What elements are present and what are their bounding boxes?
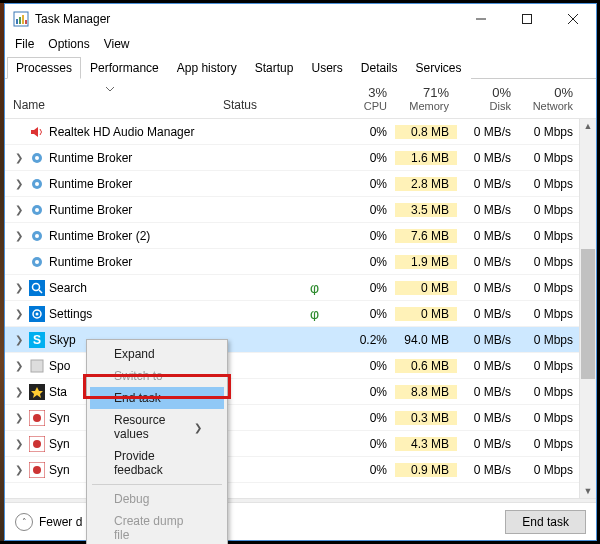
memory-value: 0 MB — [395, 307, 457, 321]
context-menu-end-task[interactable]: End task — [90, 387, 224, 409]
svg-rect-2 — [19, 17, 21, 24]
memory-value: 2.8 MB — [395, 177, 457, 191]
scrollbar-thumb[interactable] — [581, 249, 595, 379]
scroll-down-icon[interactable]: ▼ — [580, 484, 596, 498]
process-name: Runtime Broker — [49, 203, 132, 217]
network-value: 0 Mbps — [519, 255, 579, 269]
expand-icon[interactable]: ❯ — [13, 230, 25, 241]
scroll-up-icon[interactable]: ▲ — [580, 119, 596, 133]
context-menu-expand[interactable]: Expand — [90, 343, 224, 365]
svg-point-34 — [33, 440, 41, 448]
svg-rect-1 — [16, 19, 18, 24]
cpu-label: CPU — [364, 100, 387, 112]
cpu-value: 0% — [333, 255, 395, 269]
process-icon — [29, 358, 45, 374]
disk-value: 0 MB/s — [457, 255, 519, 269]
expand-icon[interactable]: ❯ — [13, 282, 25, 293]
col-memory[interactable]: 71%Memory — [395, 79, 457, 118]
tab-services[interactable]: Services — [407, 57, 471, 79]
end-task-button[interactable]: End task — [505, 510, 586, 534]
process-icon — [29, 202, 45, 218]
network-value: 0 Mbps — [519, 151, 579, 165]
expand-icon[interactable]: ❯ — [13, 152, 25, 163]
memory-value: 0 MB — [395, 281, 457, 295]
col-network[interactable]: 0%Network — [519, 79, 581, 118]
network-value: 0 Mbps — [519, 333, 579, 347]
process-name: Settings — [49, 307, 92, 321]
table-row[interactable]: ❯Runtime Broker0%3.5 MB0 MB/s0 Mbps — [5, 197, 579, 223]
context-menu-debug: Debug — [90, 488, 224, 510]
tab-app-history[interactable]: App history — [168, 57, 246, 79]
maximize-button[interactable] — [504, 4, 550, 34]
network-value: 0 Mbps — [519, 229, 579, 243]
expand-icon[interactable]: ❯ — [13, 204, 25, 215]
disk-value: 0 MB/s — [457, 437, 519, 451]
memory-value: 0.3 MB — [395, 411, 457, 425]
col-cpu[interactable]: 3%CPU — [333, 79, 395, 118]
vertical-scrollbar[interactable]: ▲ ▼ — [579, 119, 596, 498]
svg-point-15 — [35, 208, 39, 212]
svg-point-25 — [36, 312, 39, 315]
table-row[interactable]: ❯Settingsφ0%0 MB0 MB/s0 Mbps — [5, 301, 579, 327]
window-title: Task Manager — [35, 12, 458, 26]
context-menu-create-dump-file: Create dump file — [90, 510, 224, 544]
disk-value: 0 MB/s — [457, 359, 519, 373]
col-status[interactable]: Status — [215, 79, 333, 118]
network-value: 0 Mbps — [519, 307, 579, 321]
expand-icon[interactable]: ❯ — [13, 464, 25, 475]
expand-icon[interactable]: ❯ — [13, 334, 25, 345]
menu-view[interactable]: View — [98, 35, 136, 53]
tab-performance[interactable]: Performance — [81, 57, 168, 79]
menu-file[interactable]: File — [9, 35, 40, 53]
expand-icon[interactable]: ❯ — [13, 178, 25, 189]
table-header: Name Status 3%CPU 71%Memory 0%Disk 0%Net… — [5, 79, 596, 119]
menu-options[interactable]: Options — [42, 35, 95, 53]
net-pct: 0% — [554, 85, 573, 100]
table-row[interactable]: ❯Runtime Broker0%1.6 MB0 MB/s0 Mbps — [5, 145, 579, 171]
disk-value: 0 MB/s — [457, 203, 519, 217]
disk-value: 0 MB/s — [457, 307, 519, 321]
memory-value: 4.3 MB — [395, 437, 457, 451]
tab-details[interactable]: Details — [352, 57, 407, 79]
table-row[interactable]: Runtime Broker0%1.9 MB0 MB/s0 Mbps — [5, 249, 579, 275]
process-icon — [29, 150, 45, 166]
minimize-button[interactable] — [458, 4, 504, 34]
table-row[interactable]: ❯Runtime Broker (2)0%7.6 MB0 MB/s0 Mbps — [5, 223, 579, 249]
col-name[interactable]: Name — [5, 79, 215, 118]
cpu-value: 0% — [333, 281, 395, 295]
svg-rect-28 — [31, 360, 43, 372]
svg-point-17 — [35, 234, 39, 238]
disk-value: 0 MB/s — [457, 333, 519, 347]
tab-users[interactable]: Users — [302, 57, 351, 79]
svg-rect-20 — [29, 280, 45, 296]
process-icon — [29, 306, 45, 322]
context-menu-provide-feedback[interactable]: Provide feedback — [90, 445, 224, 481]
titlebar[interactable]: Task Manager — [5, 4, 596, 34]
process-name: Runtime Broker — [49, 151, 132, 165]
expand-icon[interactable]: ❯ — [13, 360, 25, 371]
process-icon — [29, 228, 45, 244]
process-icon — [29, 176, 45, 192]
expand-icon[interactable]: ❯ — [13, 412, 25, 423]
cpu-pct: 3% — [368, 85, 387, 100]
process-name: Sta — [49, 385, 67, 399]
memory-value: 94.0 MB — [395, 333, 457, 347]
table-row[interactable]: ❯Searchφ0%0 MB0 MB/s0 Mbps — [5, 275, 579, 301]
expand-icon[interactable]: ❯ — [13, 308, 25, 319]
cpu-value: 0% — [333, 307, 395, 321]
tab-processes[interactable]: Processes — [7, 57, 81, 79]
expand-icon[interactable]: ❯ — [13, 386, 25, 397]
expand-icon[interactable]: ❯ — [13, 438, 25, 449]
process-name: Runtime Broker — [49, 177, 132, 191]
context-menu-resource-values[interactable]: Resource values❯ — [90, 409, 224, 445]
table-row[interactable]: ❯Runtime Broker0%2.8 MB0 MB/s0 Mbps — [5, 171, 579, 197]
sort-indicator-icon — [106, 81, 114, 95]
svg-point-13 — [35, 182, 39, 186]
tab-startup[interactable]: Startup — [246, 57, 303, 79]
context-menu-label: Resource values — [114, 413, 194, 441]
col-disk[interactable]: 0%Disk — [457, 79, 519, 118]
fewer-details-button[interactable]: ˄ Fewer d — [15, 513, 82, 531]
network-value: 0 Mbps — [519, 411, 579, 425]
table-row[interactable]: Realtek HD Audio Manager0%0.8 MB0 MB/s0 … — [5, 119, 579, 145]
close-button[interactable] — [550, 4, 596, 34]
